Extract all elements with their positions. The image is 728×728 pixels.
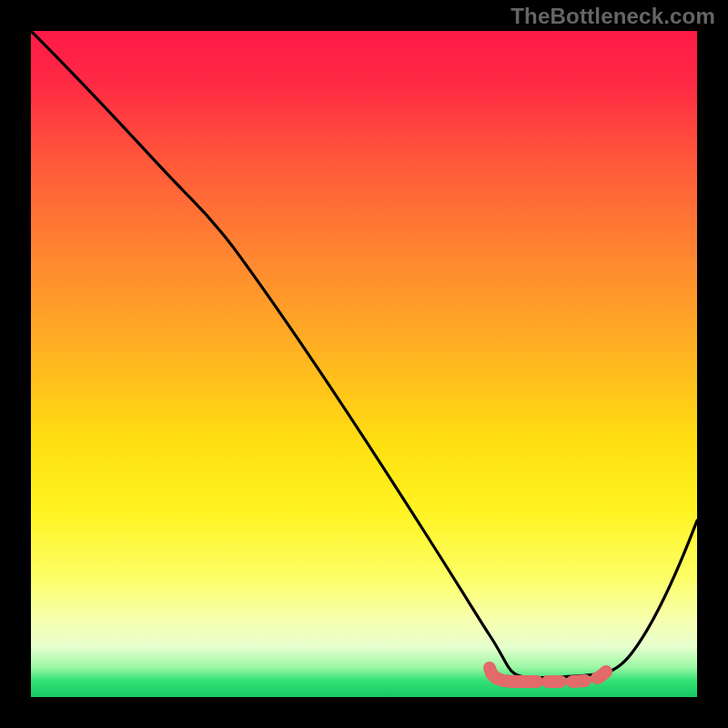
chart-frame: { "watermark": "TheBottleneck.com", "plo… (0, 0, 728, 728)
gradient-background (31, 31, 697, 697)
chart-svg (0, 0, 728, 728)
watermark-text: TheBottleneck.com (511, 4, 715, 29)
